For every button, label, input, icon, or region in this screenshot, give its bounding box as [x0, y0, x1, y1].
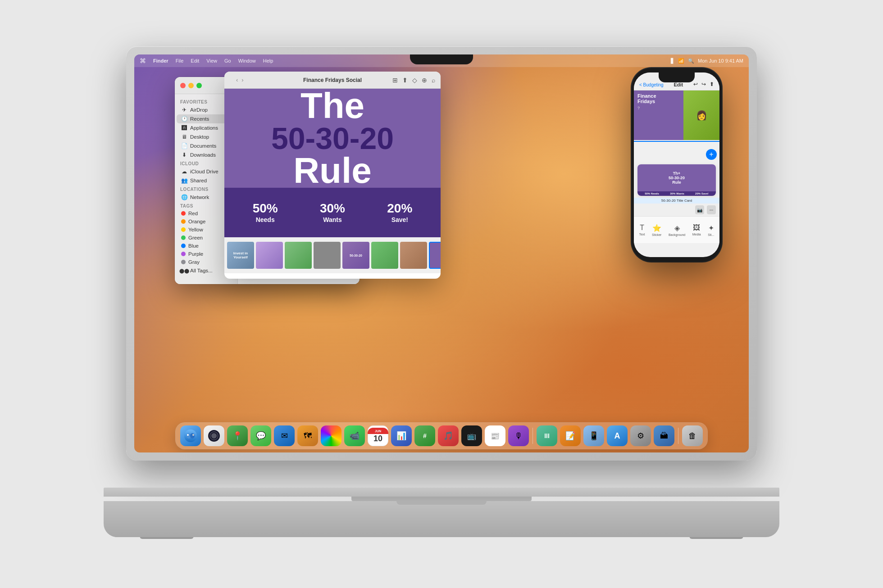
tool-text[interactable]: T Text [639, 224, 645, 236]
stat-save: 20% Save! [387, 201, 412, 224]
dock-messages[interactable]: 💬 [250, 425, 271, 446]
thumb-4[interactable] [314, 242, 341, 269]
red-dot [181, 211, 186, 216]
tool-sticker[interactable]: ⭐ Sticker [652, 224, 661, 236]
thumb-5[interactable]: 50-30-20 [342, 242, 369, 269]
stat-needs: 50% Needs [253, 201, 278, 224]
dock-calendar[interactable]: JUN 10 [368, 425, 388, 446]
shared-icon: 👥 [181, 177, 187, 184]
small-card-rule: Rule [669, 180, 685, 185]
thumb-1[interactable]: Invest in Yourself [227, 242, 254, 269]
search-icon[interactable]: 🔍 [688, 58, 694, 64]
dock-tv[interactable]: 📺 [461, 425, 482, 446]
dock-photos[interactable] [321, 425, 341, 446]
dock-iphone[interactable]: 📱 [583, 425, 604, 446]
thumb-active[interactable] [429, 242, 441, 269]
forward-arrow[interactable]: › [241, 77, 244, 83]
undo-icon[interactable]: ↩ [693, 81, 698, 87]
dock-facetime[interactable]: 📹 [344, 425, 365, 446]
thumb-6[interactable] [371, 242, 398, 269]
tool-stickers2[interactable]: ✦ Sti... [708, 224, 714, 236]
svg-point-4 [192, 434, 194, 436]
dock-maps2[interactable]: 🗺 [297, 425, 318, 446]
menu-edit[interactable]: Edit [191, 58, 199, 63]
redo-icon[interactable]: ↪ [701, 81, 706, 87]
iphone-content: Finance Fridays ? 👩 + [634, 90, 719, 257]
dock-numbers[interactable]: # [414, 425, 435, 446]
menu-window[interactable]: Window [238, 58, 256, 63]
iphone-small-card-stats: 50% Needs 30% Wants 20% Save! [637, 191, 716, 196]
purple-dot [181, 252, 186, 256]
share-icon[interactable]: ⬆ [402, 77, 408, 84]
dock-podcasts[interactable]: 🎙 [508, 425, 529, 446]
dock-pages[interactable]: 📝 [560, 425, 581, 446]
menu-finder[interactable]: Finder [153, 58, 168, 63]
green-dot [181, 235, 186, 240]
laptop-base-top [104, 488, 779, 497]
tool-media[interactable]: 🖼 Media [692, 224, 701, 236]
design-main-content: The 50-30-20 Rule 50% Needs 30% Wants [224, 89, 441, 237]
search-icon[interactable]: ⌕ [432, 77, 435, 84]
iphone-small-card[interactable]: Th+ 50-30-20 Rule 50% Needs 30% Wants 20… [637, 164, 716, 196]
iphone-small-card-inner: Th+ 50-30-20 Rule [637, 164, 716, 191]
dock-bars[interactable]: III [537, 425, 557, 446]
design-preview-window: ‹ › Finance Fridays Social ⊞ ⬆ ◇ ⊕ ⌕ [224, 72, 441, 279]
text-icon: T [640, 224, 644, 232]
menu-go[interactable]: Go [224, 58, 231, 63]
thumb-2[interactable] [256, 242, 283, 269]
close-button[interactable] [180, 83, 186, 88]
share-icon[interactable]: ⬆ [710, 81, 714, 87]
more-button[interactable]: ··· [707, 205, 716, 214]
back-arrow[interactable]: ‹ [235, 77, 239, 83]
dock-music[interactable]: 🎵 [438, 425, 459, 446]
dock-launchpad[interactable] [204, 425, 224, 446]
gray-dot [181, 260, 186, 264]
menubar-time: Mon Jun 10 9:41 AM [698, 58, 743, 63]
thumb-3[interactable] [285, 242, 312, 269]
more-icon[interactable]: ⊕ [422, 77, 427, 84]
dock-sequoia[interactable]: 🏔 [654, 425, 674, 446]
thumb-7[interactable] [400, 242, 427, 269]
iphone-notch [659, 72, 695, 82]
stickers2-icon: ✦ [708, 224, 714, 232]
wifi-icon: 📶 [678, 58, 684, 64]
view-options-icon[interactable]: ⊞ [392, 77, 398, 84]
dock-appstore[interactable]: A [607, 425, 628, 446]
maximize-button[interactable] [196, 83, 202, 88]
menu-file[interactable]: File [176, 58, 184, 63]
small-stat-needs: 50% Needs [645, 192, 659, 195]
small-card-text: Th+ [669, 171, 685, 176]
save-pct: 20% [387, 201, 412, 216]
menu-help[interactable]: Help [263, 58, 273, 63]
camera-button[interactable]: 📷 [695, 205, 704, 214]
battery-icon: ▋ [671, 58, 674, 64]
tool-background[interactable]: ◈ Background [669, 224, 685, 236]
iphone-add-button[interactable]: + [706, 149, 717, 160]
network-icon: 🌐 [181, 194, 187, 200]
dock-news[interactable]: 📰 [485, 425, 505, 446]
background-label: Background [669, 233, 685, 236]
dock-maps[interactable]: 📍 [227, 425, 248, 446]
iphone-toolbar: T Text ⭐ Sticker ◈ Background [634, 216, 719, 243]
tag-icon[interactable]: ◇ [412, 77, 417, 84]
laptop-hinge [351, 497, 532, 501]
dock-trash[interactable]: 🗑 [682, 425, 703, 446]
desktop-icon: 🖥 [181, 134, 187, 140]
design-titlebar: ‹ › Finance Fridays Social ⊞ ⬆ ◇ ⊕ ⌕ [224, 72, 441, 89]
airdrop-label: AirDrop [190, 107, 208, 113]
iphone-back-button[interactable]: < Budgeting [639, 82, 664, 87]
downloads-icon: ⬇ [181, 152, 187, 158]
minimize-button[interactable] [188, 83, 194, 88]
dock-mail[interactable]: ✉ [274, 425, 295, 446]
design-toolbar-right: ⊞ ⬆ ◇ ⊕ ⌕ [392, 77, 435, 84]
blue-label: Blue [188, 243, 199, 249]
iphone-top-icons: ↩ ↪ ⬆ [693, 81, 714, 87]
apple-menu[interactable]: ⌘ [140, 57, 146, 64]
purple-label: Purple [188, 251, 203, 257]
dock-keynote[interactable]: 📊 [391, 425, 412, 446]
laptop: ⌘ Finder File Edit View Go Window Help ▋… [126, 46, 757, 542]
dock-settings[interactable]: ⚙ [630, 425, 651, 446]
green-label: Green [188, 235, 203, 240]
dock-finder[interactable] [180, 425, 201, 446]
menu-view[interactable]: View [206, 58, 217, 63]
